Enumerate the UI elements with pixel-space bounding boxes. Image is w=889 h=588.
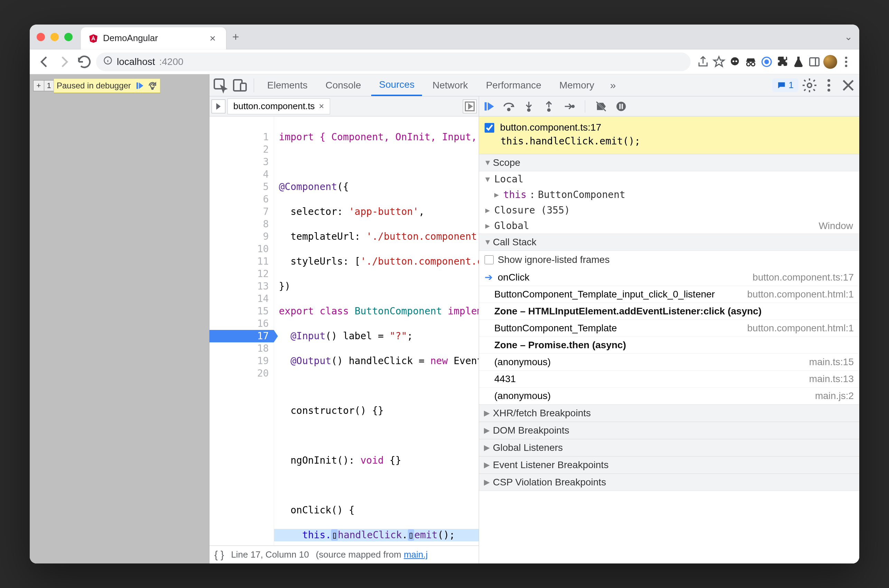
step-into-button[interactable]	[523, 100, 535, 112]
add-button[interactable]: +	[33, 80, 44, 91]
page-viewport: + 1 Paused in debugger	[30, 74, 209, 564]
csp-breakpoints-header[interactable]: ▶CSP Violation Breakpoints	[479, 474, 859, 491]
callstack-frame[interactable]: Zone – Promise.then (async)	[479, 337, 859, 354]
tab-performance[interactable]: Performance	[478, 74, 549, 96]
maximize-window-button[interactable]	[64, 33, 73, 41]
scope-local-header[interactable]: ▼Local	[479, 171, 859, 187]
global-listeners-header[interactable]: ▶Global Listeners	[479, 439, 859, 456]
reload-button[interactable]	[76, 54, 93, 70]
extension-flask-icon[interactable]	[791, 55, 805, 69]
pretty-print-icon[interactable]: { }	[214, 549, 224, 561]
bookmark-star-icon[interactable]	[712, 55, 726, 69]
svg-marker-25	[216, 103, 221, 110]
svg-point-32	[548, 109, 550, 111]
show-ignored-checkbox[interactable]: Show ignore-listed frames	[479, 251, 859, 269]
devtools: Elements Console Sources Network Perform…	[209, 74, 859, 564]
devtools-tabbar: Elements Console Sources Network Perform…	[209, 74, 859, 96]
scope-header[interactable]: ▼Scope	[479, 154, 859, 171]
issues-button[interactable]: 1	[772, 78, 799, 92]
issues-count: 1	[789, 80, 794, 90]
callstack-frame[interactable]: ButtonComponent_Template_input_click_0_l…	[479, 286, 859, 303]
devtools-close-icon[interactable]	[840, 77, 856, 94]
tabs-menu-button[interactable]: ⌄	[844, 31, 852, 42]
tab-sources[interactable]: Sources	[371, 74, 422, 96]
resume-button[interactable]	[482, 100, 495, 112]
editor-tab-close-icon[interactable]: ×	[319, 101, 324, 112]
tab-title: DemoAngular	[103, 33, 202, 44]
svg-point-7	[751, 62, 755, 66]
browser-toolbar: localhost:4200	[30, 50, 859, 74]
step-button[interactable]	[563, 100, 575, 112]
profile-avatar[interactable]	[823, 55, 837, 69]
svg-rect-37	[619, 104, 621, 109]
dom-breakpoints-header[interactable]: ▶DOM Breakpoints	[479, 422, 859, 439]
back-button[interactable]	[36, 54, 53, 70]
extension-incognito-icon[interactable]	[744, 55, 758, 69]
minimize-window-button[interactable]	[51, 33, 59, 41]
forward-button[interactable]	[56, 54, 73, 70]
devtools-menu-icon[interactable]	[821, 77, 837, 94]
titlebar: DemoAngular × + ⌄	[30, 24, 859, 50]
side-panel-icon[interactable]	[808, 55, 821, 69]
browser-menu-button[interactable]	[839, 55, 853, 69]
deactivate-breakpoints-button[interactable]	[595, 100, 607, 112]
cursor-position: Line 17, Column 10	[231, 549, 309, 560]
callstack-frame[interactable]: (anonymous)main.js:2	[479, 388, 859, 405]
site-info-icon[interactable]	[103, 56, 113, 68]
callstack-frame[interactable]: 4431main.ts:13	[479, 371, 859, 388]
step-mini-icon[interactable]	[147, 81, 157, 90]
svg-point-14	[845, 64, 847, 67]
tab-memory[interactable]: Memory	[552, 74, 602, 96]
scope-this[interactable]: ▶this: ButtonComponent	[479, 187, 859, 202]
new-tab-button[interactable]: +	[232, 30, 239, 44]
code-editor[interactable]: 1234567891011121314151617181920 import {…	[209, 116, 479, 546]
svg-marker-29	[488, 102, 494, 111]
pause-exceptions-button[interactable]	[615, 100, 627, 112]
svg-rect-10	[810, 58, 819, 66]
callstack-frame[interactable]: ButtonComponent_Templatebutton.component…	[479, 320, 859, 337]
svg-point-3	[731, 57, 739, 65]
callstack-frame[interactable]: ➔onClickbutton.component.ts:17	[479, 269, 859, 286]
step-out-button[interactable]	[543, 100, 555, 112]
svg-point-22	[827, 79, 830, 82]
debugger-toggle-icon[interactable]	[463, 99, 477, 113]
resume-mini-icon[interactable]	[134, 81, 144, 90]
callstack-frame[interactable]: (anonymous)main.ts:15	[479, 354, 859, 371]
tab-close-button[interactable]: ×	[207, 32, 218, 45]
svg-marker-16	[139, 82, 143, 89]
svg-rect-28	[485, 102, 487, 111]
close-window-button[interactable]	[37, 33, 45, 41]
breakpoint-checkbox[interactable]	[485, 123, 494, 133]
inspect-element-icon[interactable]	[212, 77, 229, 94]
debugger-pane: button.component.ts:17 this.handleClick.…	[479, 96, 859, 564]
xhr-breakpoints-header[interactable]: ▶XHR/fetch Breakpoints	[479, 405, 859, 422]
tab-elements[interactable]: Elements	[260, 74, 315, 96]
breakpoint-file[interactable]: button.component.ts:17	[500, 122, 601, 133]
settings-gear-icon[interactable]	[801, 77, 818, 94]
share-icon[interactable]	[696, 55, 710, 69]
scope-closure[interactable]: ▶Closure (355)	[479, 202, 859, 218]
paused-overlay: Paused in debugger	[54, 78, 161, 93]
browser-tab[interactable]: DemoAngular ×	[81, 27, 226, 50]
extension-skull-icon[interactable]	[728, 55, 742, 69]
editor-statusbar: { } Line 17, Column 10 (source mapped fr…	[209, 546, 479, 564]
step-over-button[interactable]	[503, 100, 515, 112]
address-bar[interactable]: localhost:4200	[96, 52, 691, 71]
editor-file-tab[interactable]: button.component.ts ×	[227, 99, 330, 114]
svg-point-24	[827, 89, 830, 92]
tab-network[interactable]: Network	[425, 74, 476, 96]
svg-rect-20	[240, 83, 246, 91]
svg-point-36	[617, 102, 626, 111]
scope-global[interactable]: ▶GlobalWindow	[479, 218, 859, 234]
callstack-frame[interactable]: Zone – HTMLInputElement.addEventListener…	[479, 303, 859, 320]
more-tabs-button[interactable]: »	[605, 77, 621, 94]
device-toggle-icon[interactable]	[231, 77, 248, 94]
tab-console[interactable]: Console	[318, 74, 369, 96]
svg-rect-38	[622, 104, 623, 109]
extension-eye-icon[interactable]	[760, 55, 773, 69]
callstack-header[interactable]: ▼Call Stack	[479, 234, 859, 251]
navigator-toggle-icon[interactable]	[212, 99, 225, 113]
extensions-puzzle-icon[interactable]	[776, 55, 790, 69]
counter-button[interactable]: 1	[44, 80, 54, 91]
event-listener-breakpoints-header[interactable]: ▶Event Listener Breakpoints	[479, 456, 859, 474]
